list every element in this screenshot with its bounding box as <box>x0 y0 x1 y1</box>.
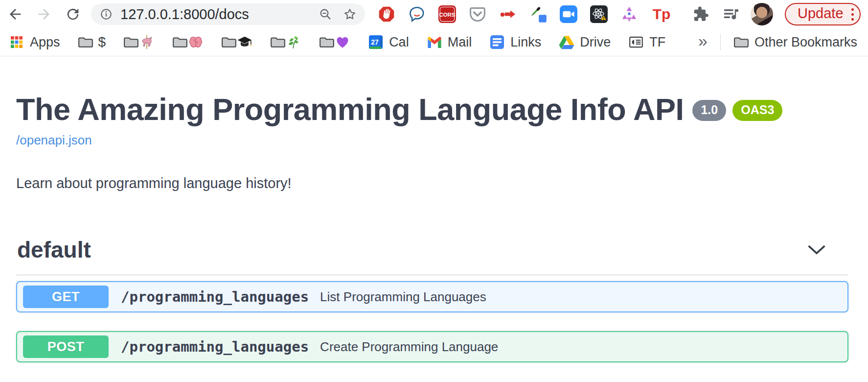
google-drive-icon <box>559 34 574 50</box>
folder-icon <box>221 34 237 50</box>
tp-extension-icon[interactable]: Tp <box>651 5 672 23</box>
oas3-badge: OAS3 <box>732 100 782 121</box>
update-label: Update <box>798 6 844 22</box>
cors-extension-icon[interactable]: CORS <box>438 5 456 23</box>
bookmark-folder-dollar[interactable]: $ <box>78 34 106 50</box>
back-icon[interactable] <box>7 6 23 23</box>
endpoint-post-programming-languages[interactable]: POST /programming_languages Create Progr… <box>16 331 848 362</box>
bookmark-folder-graduation[interactable] <box>221 34 252 50</box>
apps-grid-icon <box>9 34 24 50</box>
zoom-out-icon[interactable] <box>319 7 332 21</box>
profile-avatar[interactable] <box>751 3 773 25</box>
endpoint-get-programming-languages[interactable]: GET /programming_languages List Programm… <box>16 281 848 312</box>
reload-icon[interactable] <box>65 6 81 23</box>
tag-name: default <box>17 237 91 263</box>
react-devtools-icon[interactable] <box>590 5 608 23</box>
bookmark-folder-brain[interactable] <box>172 34 204 50</box>
bookmark-label: Links <box>510 35 541 50</box>
url-text[interactable]: 127.0.0.1:8000/docs <box>120 6 319 23</box>
endpoint-path: /programming_languages <box>121 288 309 305</box>
bookmark-gmail[interactable]: Mail <box>427 34 472 50</box>
bookmark-folder-herb[interactable] <box>270 34 301 50</box>
bookmark-label: Apps <box>30 35 60 50</box>
graduation-cap-icon <box>237 34 252 50</box>
bookmark-label: TF <box>649 35 665 50</box>
carousel-horse-icon <box>139 34 155 50</box>
address-bar[interactable]: 127.0.0.1:8000/docs <box>91 3 365 25</box>
api-description: Learn about programming language history… <box>16 175 848 191</box>
swagger-page: The Amazing Programming Language Info AP… <box>0 56 868 362</box>
bookmarks-overflow-chevron[interactable]: » <box>698 32 708 52</box>
openapi-json-link[interactable]: /openapi.json <box>16 133 92 148</box>
folder-icon <box>733 34 749 50</box>
http-method-badge: POST <box>23 335 109 358</box>
forward-icon[interactable] <box>36 6 52 23</box>
browser-toolbar: 127.0.0.1:8000/docs CORS <box>0 0 868 28</box>
folder-icon <box>172 34 188 50</box>
zoom-video-icon[interactable] <box>560 5 577 23</box>
bookmark-links[interactable]: Links <box>489 34 541 50</box>
speech-bubble-extension-icon[interactable] <box>408 5 426 23</box>
purple-recycle-extension-icon[interactable] <box>620 5 638 23</box>
endpoint-summary: Create Programming Language <box>320 339 498 355</box>
extensions-puzzle-icon[interactable] <box>692 5 709 23</box>
bookmark-calendar[interactable]: 27 Cal <box>368 34 409 50</box>
bookmark-tf[interactable]: TF <box>628 34 665 50</box>
extensions-strip: CORS Tp <box>378 5 740 23</box>
folder-icon <box>78 34 93 50</box>
http-method-badge: GET <box>23 286 109 308</box>
page-title: The Amazing Programming Language Info AP… <box>16 92 684 127</box>
bookmark-label: Drive <box>580 35 611 50</box>
bookmark-label: Mail <box>448 35 472 50</box>
gmail-icon <box>427 34 442 50</box>
bookmark-folder-carousel[interactable] <box>123 34 155 50</box>
kebab-menu-icon[interactable] <box>851 8 854 21</box>
bookmark-drive[interactable]: Drive <box>559 34 611 50</box>
folder-icon <box>123 34 139 50</box>
tag-section-default[interactable]: default <box>16 237 848 275</box>
bookmark-apps[interactable]: Apps <box>9 34 60 50</box>
folder-icon <box>270 34 286 50</box>
purple-heart-icon <box>335 34 350 50</box>
bookmark-star-icon[interactable] <box>343 7 357 21</box>
chrome-update-button[interactable]: Update <box>785 3 861 25</box>
blue-list-icon <box>489 34 505 50</box>
version-badge: 1.0 <box>692 100 726 121</box>
brain-icon <box>188 34 204 50</box>
chevron-down-icon[interactable] <box>807 244 826 255</box>
bookmarks-bar: Apps $ <box>0 28 868 56</box>
folder-icon <box>319 34 335 50</box>
svg-text:27: 27 <box>371 38 379 46</box>
pocket-icon[interactable] <box>469 5 486 23</box>
endpoint-path: /programming_languages <box>121 338 309 355</box>
color-picker-icon[interactable] <box>529 5 547 23</box>
music-queue-icon[interactable] <box>722 5 740 23</box>
other-bookmarks[interactable]: Other Bookmarks <box>733 34 857 50</box>
endpoint-summary: List Programming Languages <box>320 289 486 305</box>
bookmarks-divider <box>720 34 721 50</box>
red-key-extension-icon[interactable] <box>499 5 517 23</box>
bookmark-folder-heart[interactable] <box>319 34 350 50</box>
google-calendar-icon: 27 <box>368 34 384 50</box>
herb-icon <box>286 34 301 50</box>
bookmark-label: Other Bookmarks <box>754 35 857 50</box>
page-info-icon[interactable] <box>99 7 113 21</box>
bookmark-label: Cal <box>389 35 409 50</box>
document-speaker-icon <box>628 34 644 50</box>
svg-text:CORS: CORS <box>439 12 456 18</box>
bookmark-label: $ <box>98 34 106 50</box>
adblock-stop-hand-icon[interactable] <box>378 5 395 23</box>
